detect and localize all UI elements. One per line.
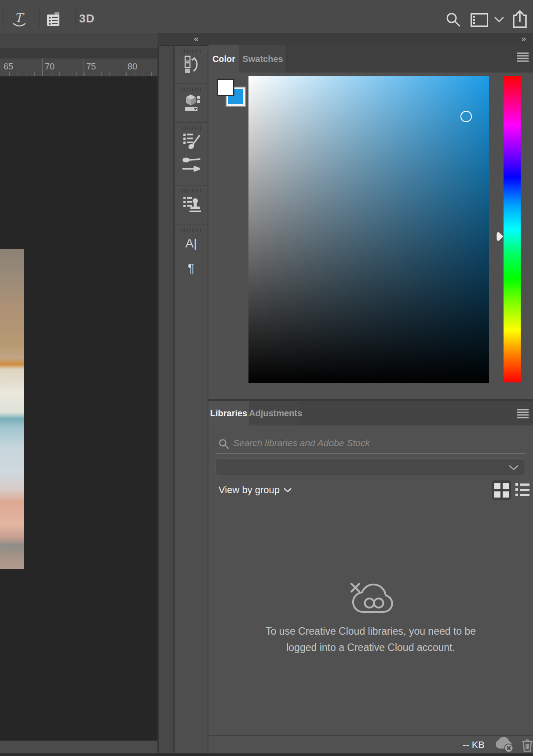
hue-slider[interactable] (504, 76, 521, 382)
library-search-icon (219, 439, 229, 449)
separator (208, 504, 533, 504)
search-icon[interactable] (445, 11, 462, 28)
saturation-brightness-field[interactable] (248, 76, 489, 383)
3d-panel-icon[interactable] (182, 93, 201, 112)
dock-grip[interactable] (182, 49, 201, 53)
options-bar: T 3D (0, 0, 533, 33)
dock-grip[interactable] (182, 126, 201, 130)
dock-group (175, 126, 208, 185)
ruler-label: 65 (4, 62, 13, 72)
dock-grip[interactable] (182, 189, 201, 193)
color-panel (208, 73, 533, 399)
search-underline (215, 453, 526, 454)
collapse-dock-button[interactable]: « (194, 33, 199, 45)
canvas-workspace[interactable] (0, 77, 157, 741)
tab-swatches[interactable]: Swatches (239, 45, 287, 73)
libraries-panel: View by group (208, 425, 533, 735)
chevron-down-icon[interactable] (494, 17, 504, 23)
tab-color[interactable]: Color (208, 45, 239, 73)
chevron-down-icon (284, 488, 292, 493)
chevron-down-icon (509, 465, 518, 471)
ruler-major-tick (84, 58, 84, 76)
color-panel-tabbar: Color Swatches (208, 45, 533, 73)
dock-group: A| ¶ (175, 229, 208, 287)
panel-dock-header: « » (157, 33, 533, 46)
grid-view-button[interactable] (492, 480, 511, 500)
library-filter-dropdown[interactable] (215, 458, 525, 476)
window-edge-line (0, 5, 533, 5)
libraries-status-bar: -- KB (208, 735, 533, 754)
creative-cloud-login-message: To use Creative Cloud libraries, you nee… (261, 623, 481, 656)
libraries-panel-menu-icon[interactable] (517, 408, 529, 419)
window-bottom-edge (0, 753, 533, 756)
svg-text:T: T (15, 11, 25, 25)
document-tab-strip (0, 33, 157, 58)
warp-text-icon[interactable]: T (11, 11, 28, 29)
view-by-label: View by group (219, 479, 280, 501)
history-panel-icon[interactable] (182, 55, 201, 74)
panels-column: Color Swatches (208, 45, 533, 756)
color-panel-menu-icon[interactable] (517, 52, 529, 62)
ruler-major-tick (42, 58, 43, 76)
ruler-major-tick (125, 58, 125, 76)
dock-group (175, 189, 208, 225)
separator (39, 9, 40, 29)
horizontal-ruler: 65 70 75 80 (0, 58, 157, 77)
tab-libraries[interactable]: Libraries (208, 401, 249, 425)
share-icon[interactable] (511, 10, 529, 29)
dock-group (175, 87, 208, 123)
toggle-character-paragraph-panels-icon[interactable] (45, 11, 62, 29)
paragraph-panel-icon[interactable]: ¶ (182, 258, 201, 278)
list-view-button[interactable] (515, 483, 530, 497)
tool-presets-panel-icon[interactable] (182, 155, 201, 174)
brush-settings-panel-icon[interactable] (182, 131, 201, 151)
workspace-switcher-icon[interactable] (471, 13, 488, 27)
sync-error-cloud-icon[interactable] (494, 737, 515, 753)
separator (75, 9, 76, 29)
color-selection-cursor[interactable] (460, 111, 472, 122)
document-image-edge (0, 249, 24, 569)
photoshop-window: T 3D (0, 0, 533, 756)
character-glyph: A| (186, 236, 197, 251)
delete-library-item-icon[interactable] (522, 738, 533, 752)
view-by-group-dropdown[interactable]: View by group (219, 479, 292, 501)
libraries-search-input[interactable] (232, 433, 515, 453)
tab-adjustments[interactable]: Adjustments (249, 401, 300, 425)
libraries-panel-tabbar: Libraries Adjustments (208, 401, 533, 425)
ruler-label: 70 (45, 62, 55, 72)
collapsed-panel-dock: A| ¶ (175, 46, 208, 756)
ruler-minor-ticks (1, 72, 157, 76)
ruler-label: 80 (128, 62, 137, 72)
library-size-label: -- KB (463, 739, 485, 751)
creative-cloud-disconnected-icon (343, 578, 398, 619)
separator (3, 9, 4, 29)
expand-panels-button[interactable]: » (521, 33, 526, 45)
3d-button[interactable]: 3D (79, 12, 95, 25)
hue-slider-handle[interactable] (495, 231, 504, 242)
ruler-label: 75 (86, 62, 96, 72)
grid-view-icon (494, 483, 509, 498)
clone-source-panel-icon[interactable] (182, 194, 201, 214)
paragraph-glyph: ¶ (188, 261, 194, 275)
dock-grip[interactable] (182, 87, 201, 91)
foreground-color-swatch[interactable] (217, 79, 234, 96)
dock-group (175, 49, 208, 84)
ruler-major-tick (1, 58, 1, 76)
dock-grip[interactable] (182, 229, 201, 232)
dock-gutter (159, 46, 173, 756)
character-panel-icon[interactable]: A| (182, 234, 201, 253)
